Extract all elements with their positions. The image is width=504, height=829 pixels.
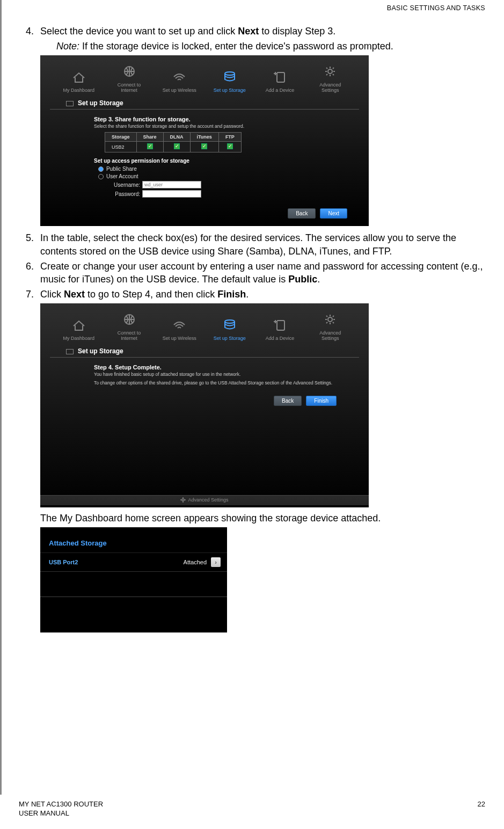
section-title: Set up Storage (50, 343, 359, 358)
cell-itunes[interactable] (190, 142, 218, 152)
cell-dlna[interactable] (163, 142, 190, 152)
screenshot-step3: My Dashboard Connect to Internet Set up … (40, 55, 369, 226)
th-ftp: FTP (218, 133, 241, 142)
nav-set-up-storage[interactable]: Set up Storage (213, 316, 247, 341)
svg-point-3 (328, 69, 332, 74)
wifi-icon (162, 68, 196, 85)
home-icon (62, 68, 96, 85)
globe-icon (112, 63, 147, 80)
svg-point-7 (328, 317, 332, 322)
step-4-bold: Next (238, 26, 259, 37)
step-4-note: Note: If the storage device is locked, e… (56, 41, 485, 52)
note-label: Note: (56, 41, 79, 52)
permission-title: Set up access permission for storage (94, 158, 369, 164)
th-storage: Storage (105, 133, 137, 142)
footer-product: MY NET AC1300 ROUTER (19, 800, 103, 809)
svg-point-1 (225, 72, 235, 75)
back-button[interactable]: Back (274, 396, 302, 406)
checkbox-icon (147, 143, 153, 149)
step-6-number: 6. (19, 260, 40, 286)
svg-point-5 (225, 320, 235, 323)
advanced-settings-footer[interactable]: Advanced Settings (40, 495, 369, 505)
step-4-text-a: Select the device you want to set up and… (40, 26, 238, 37)
wifi-icon (162, 316, 196, 333)
password-label: Password: (107, 191, 140, 197)
username-label: Username: (107, 182, 140, 188)
adv-footer-label: Advanced Settings (188, 497, 228, 503)
step-7-number: 7. (19, 288, 40, 301)
back-button[interactable]: Back (288, 208, 316, 219)
nav-connect-internet[interactable]: Connect to Internet (112, 63, 147, 93)
checkbox-icon (201, 143, 207, 149)
usb-port-label: USB Port2 (49, 559, 78, 565)
cell-ftp[interactable] (218, 142, 241, 152)
nav-my-dashboard[interactable]: My Dashboard (62, 316, 96, 341)
nav-my-dashboard[interactable]: My Dashboard (62, 68, 96, 93)
page-footer: MY NET AC1300 ROUTER USER MANUAL 22 (19, 800, 485, 818)
attached-storage-title: Attached Storage (40, 527, 227, 552)
nav-label: My Dashboard (63, 336, 95, 341)
storage-mini-icon (66, 349, 74, 354)
nav-label: Add a Device (266, 336, 295, 341)
radio-public-share[interactable]: Public Share (98, 166, 369, 172)
gear-icon (180, 497, 186, 504)
storage-mini-icon (66, 101, 74, 106)
nav-label: Set up Wireless (163, 336, 196, 341)
radio-icon (98, 166, 104, 172)
nav-label: Set up Storage (214, 336, 246, 341)
password-input[interactable] (142, 190, 201, 198)
chevron-right-icon: › (211, 557, 221, 567)
username-input[interactable] (142, 181, 201, 188)
svg-rect-6 (277, 321, 284, 330)
nav-label: Set up Wireless (163, 88, 196, 93)
screenshot3-caption: The My Dashboard home screen appears sho… (40, 513, 485, 524)
usb-port-row[interactable]: USB Port2 Attached › (40, 552, 227, 572)
storage-icon (213, 316, 247, 333)
svg-point-8 (182, 499, 184, 501)
step-7-text-mid: to go to Step 4, and then click (85, 289, 217, 300)
cell-share[interactable] (136, 142, 163, 152)
section-title-text: Set up Storage (78, 99, 123, 107)
step3-title: Step 3. Share function for storage. (94, 110, 369, 123)
nav-set-up-storage[interactable]: Set up Storage (213, 68, 247, 93)
section-title: Set up Storage (50, 95, 359, 110)
table-header-row: Storage Share DLNA iTunes FTP (105, 133, 242, 142)
radio-label: User Account (106, 173, 138, 179)
permission-section: Set up access permission for storage Pub… (94, 158, 369, 198)
nav-advanced-settings[interactable]: Advanced Settings (313, 311, 347, 341)
nav-label: Set up Storage (214, 88, 246, 93)
step-6-text-b: . (317, 274, 320, 285)
step-6-text-a: Create or change your user account by en… (40, 261, 483, 285)
svg-rect-2 (277, 72, 284, 82)
nav-advanced-settings[interactable]: Advanced Settings (313, 63, 347, 93)
next-button[interactable]: Next (320, 208, 347, 219)
th-share: Share (136, 133, 163, 142)
step-4-number: 4. (19, 25, 40, 38)
nav-set-up-wireless[interactable]: Set up Wireless (162, 316, 196, 341)
nav-label: My Dashboard (63, 88, 95, 93)
status-text: Attached (184, 559, 207, 565)
password-row: Password: (107, 190, 369, 198)
step4-title: Step 4. Setup Complete. (94, 358, 369, 372)
th-itunes: iTunes (190, 133, 218, 142)
nav-set-up-wireless[interactable]: Set up Wireless (162, 68, 196, 93)
home-icon (62, 316, 96, 333)
finish-button[interactable]: Finish (306, 396, 337, 406)
checkbox-icon (174, 143, 180, 149)
footer-doc-type: USER MANUAL (19, 809, 103, 818)
nav-label: Add a Device (266, 88, 295, 93)
nav-add-device[interactable]: Add a Device (263, 68, 297, 93)
th-dlna: DLNA (163, 133, 190, 142)
nav-connect-internet[interactable]: Connect to Internet (112, 311, 147, 341)
nav-add-device[interactable]: Add a Device (263, 316, 297, 341)
nav-label: Connect to Internet (118, 330, 141, 341)
page-number: 22 (478, 800, 485, 818)
step-7-bold-2: Finish (217, 289, 246, 300)
radio-user-account[interactable]: User Account (98, 173, 369, 179)
radio-icon (98, 174, 104, 179)
note-text: If the storage device is locked, enter t… (79, 41, 393, 52)
step-5: 5. In the table, select the check box(es… (19, 231, 485, 258)
step4-sub1: You have finished basic setup of attache… (94, 372, 369, 380)
add-device-icon (263, 316, 297, 333)
step-4: 4. Select the device you want to set up … (19, 25, 485, 38)
